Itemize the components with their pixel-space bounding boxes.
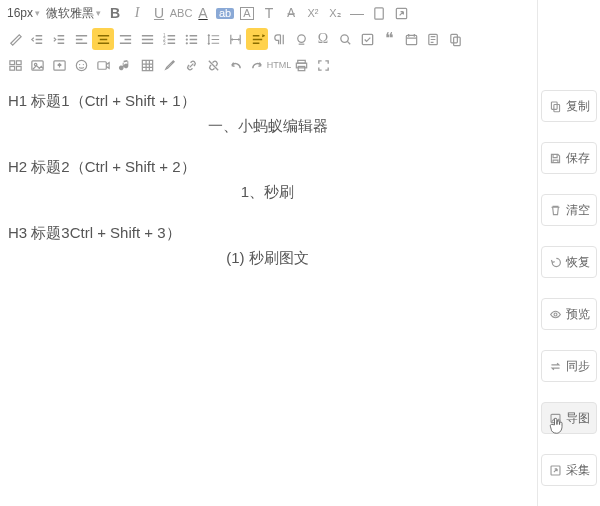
bold-button[interactable]: B [104, 2, 126, 24]
side-sync-label: 同步 [566, 358, 590, 375]
text-style-button[interactable]: T [258, 2, 280, 24]
h1-subline: 一、小蚂蚁编辑器 [8, 117, 527, 136]
local-image-button[interactable] [48, 54, 70, 76]
svg-rect-10 [362, 34, 372, 44]
svg-rect-18 [16, 66, 21, 70]
collect-icon [549, 464, 562, 477]
attachment-button[interactable] [422, 28, 444, 50]
highlight-button[interactable]: ab [214, 2, 236, 24]
font-size-value: 16px [7, 7, 33, 19]
svg-rect-26 [142, 60, 152, 70]
html-button[interactable]: HTML [268, 54, 290, 76]
undo-button[interactable] [224, 54, 246, 76]
indent-button[interactable] [48, 28, 70, 50]
link-button[interactable] [180, 54, 202, 76]
side-copy-button[interactable]: 复制 [541, 90, 597, 122]
side-collect-button[interactable]: 采集 [541, 454, 597, 486]
side-clear-button[interactable]: 清空 [541, 194, 597, 226]
letter-spacing-button[interactable] [224, 28, 246, 50]
paragraph-button[interactable] [268, 28, 290, 50]
symbol-button[interactable] [290, 28, 312, 50]
redo-button[interactable] [246, 54, 268, 76]
svg-point-8 [297, 34, 305, 42]
gallery-button[interactable] [4, 54, 26, 76]
svg-point-5 [185, 34, 187, 36]
side-copy-label: 复制 [566, 98, 590, 115]
image-button[interactable] [26, 54, 48, 76]
underline-button[interactable]: U [148, 2, 170, 24]
case-button[interactable]: A̶ [280, 2, 302, 24]
restore-icon [549, 256, 562, 269]
h3-subline: (1) 秒刷图文 [8, 249, 527, 268]
table-button[interactable] [136, 54, 158, 76]
hr-button[interactable]: — [346, 2, 368, 24]
svg-point-7 [185, 42, 187, 44]
video-button[interactable] [92, 54, 114, 76]
clear-format-button[interactable] [4, 28, 26, 50]
svg-point-23 [78, 63, 79, 64]
svg-rect-11 [406, 35, 416, 44]
side-save-button[interactable]: 保存 [541, 142, 597, 174]
h1-line: H1 标题1（Ctrl + Shift + 1） [8, 92, 527, 111]
ordered-list-button[interactable]: 123 [158, 28, 180, 50]
page-button[interactable] [368, 2, 390, 24]
strikethrough-button[interactable]: ABC [170, 2, 192, 24]
new-window-button[interactable] [390, 2, 412, 24]
caret-icon: ▾ [96, 9, 101, 18]
side-preview-button[interactable]: 预览 [541, 298, 597, 330]
text-border-button[interactable]: A [236, 2, 258, 24]
direction-button[interactable] [246, 28, 268, 50]
copy-icon [549, 100, 562, 113]
emoji-button[interactable] [70, 54, 92, 76]
copy-button[interactable] [444, 28, 466, 50]
font-color-button[interactable]: A [192, 2, 214, 24]
side-restore-label: 恢复 [566, 254, 590, 271]
svg-rect-25 [97, 61, 105, 69]
print-button[interactable] [290, 54, 312, 76]
h2-line: H2 标题2（Ctrl + Shift + 2） [8, 158, 527, 177]
quote-button[interactable]: ❝ [378, 28, 400, 50]
h3-line: H3 标题3Ctrl + Shift + 3） [8, 224, 527, 243]
outdent-button[interactable] [26, 28, 48, 50]
side-clear-label: 清空 [566, 202, 590, 219]
subscript-button[interactable]: X₂ [324, 2, 346, 24]
svg-rect-29 [298, 66, 305, 70]
svg-text:3: 3 [162, 40, 165, 45]
svg-point-24 [82, 63, 83, 64]
svg-point-22 [76, 60, 86, 70]
save-icon [549, 152, 562, 165]
unordered-list-button[interactable] [180, 28, 202, 50]
svg-rect-0 [374, 7, 382, 18]
font-size-select[interactable]: 16px▾ [4, 5, 43, 21]
editor-pane: 16px▾ 微软雅黑▾ B I U ABC A ab A T A̶ X² X₂ … [0, 0, 538, 506]
align-justify-button[interactable] [136, 28, 158, 50]
line-height-button[interactable] [202, 28, 224, 50]
omega-button[interactable]: Ω [312, 28, 334, 50]
superscript-button[interactable]: X² [302, 2, 324, 24]
align-right-button[interactable] [114, 28, 136, 50]
trash-icon [549, 204, 562, 217]
find-button[interactable] [334, 28, 356, 50]
fullscreen-button[interactable] [312, 54, 334, 76]
side-panel: 复制 保存 清空 恢复 预览 同步 导图 采集 [538, 0, 600, 506]
side-restore-button[interactable]: 恢复 [541, 246, 597, 278]
h2-subline: 1、秒刷 [8, 183, 527, 202]
color-picker-button[interactable] [158, 54, 180, 76]
caret-icon: ▾ [35, 9, 40, 18]
font-family-value: 微软雅黑 [46, 7, 94, 19]
calendar-button[interactable] [400, 28, 422, 50]
side-export-button[interactable]: 导图 [541, 402, 597, 434]
align-left-button[interactable] [70, 28, 92, 50]
svg-rect-16 [16, 60, 21, 64]
italic-button[interactable]: I [126, 2, 148, 24]
side-preview-label: 预览 [566, 306, 590, 323]
audio-button[interactable] [114, 54, 136, 76]
unlink-button[interactable] [202, 54, 224, 76]
side-sync-button[interactable]: 同步 [541, 350, 597, 382]
font-family-select[interactable]: 微软雅黑▾ [43, 5, 104, 21]
svg-point-6 [185, 38, 187, 40]
editor-body[interactable]: H1 标题1（Ctrl + Shift + 1） 一、小蚂蚁编辑器 H2 标题2… [0, 78, 537, 506]
side-collect-label: 采集 [566, 462, 590, 479]
checkbox-button[interactable] [356, 28, 378, 50]
align-center-button[interactable] [92, 28, 114, 50]
